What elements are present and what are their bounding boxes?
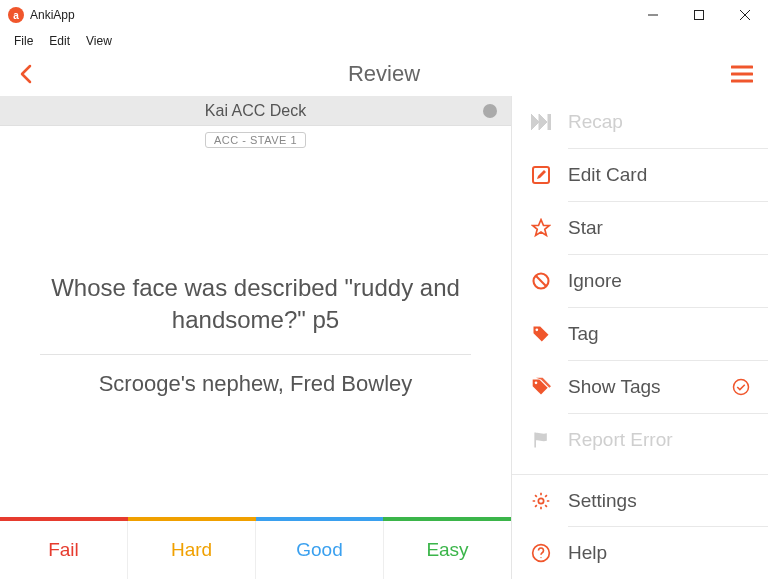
tag-icon bbox=[530, 323, 552, 345]
app-logo-icon: a bbox=[8, 7, 24, 23]
skip-forward-icon bbox=[530, 111, 552, 133]
side-report-error: Report Error bbox=[512, 414, 768, 466]
help-icon bbox=[530, 542, 552, 564]
svg-marker-11 bbox=[533, 220, 550, 236]
side-help-label: Help bbox=[568, 542, 750, 564]
side-settings[interactable]: Settings bbox=[512, 474, 768, 526]
side-show-tags[interactable]: Show Tags bbox=[512, 361, 768, 413]
side-recap: Recap bbox=[512, 96, 768, 148]
rate-good-button[interactable]: Good bbox=[256, 521, 384, 579]
titlebar: a AnkiApp bbox=[0, 0, 768, 30]
svg-marker-7 bbox=[531, 114, 539, 130]
star-icon bbox=[530, 217, 552, 239]
menubar: File Edit View bbox=[0, 30, 768, 52]
deck-status-dot-icon bbox=[483, 104, 497, 118]
deck-name: Kai ACC Deck bbox=[205, 102, 306, 120]
side-help[interactable]: Help bbox=[512, 527, 768, 579]
side-ignore-label: Ignore bbox=[568, 270, 750, 292]
card-tag-chip: ACC - STAVE 1 bbox=[205, 132, 306, 148]
window-minimize-button[interactable] bbox=[630, 0, 676, 30]
card-answer: Scrooge's nephew, Fred Bowley bbox=[40, 371, 471, 397]
side-panel: Recap Edit Card Star Ignore bbox=[512, 96, 768, 579]
side-star[interactable]: Star bbox=[512, 202, 768, 254]
rate-fail-button[interactable]: Fail bbox=[0, 521, 128, 579]
svg-rect-9 bbox=[548, 114, 551, 130]
svg-point-14 bbox=[536, 329, 539, 332]
side-report-error-label: Report Error bbox=[568, 429, 750, 451]
ban-icon bbox=[530, 270, 552, 292]
svg-line-13 bbox=[536, 276, 547, 287]
deck-header: Kai ACC Deck bbox=[0, 96, 511, 126]
svg-marker-8 bbox=[539, 114, 547, 130]
menu-view[interactable]: View bbox=[78, 32, 120, 50]
rate-hard-button[interactable]: Hard bbox=[128, 521, 256, 579]
side-edit-card[interactable]: Edit Card bbox=[512, 149, 768, 201]
window-maximize-button[interactable] bbox=[676, 0, 722, 30]
side-tag[interactable]: Tag bbox=[512, 308, 768, 360]
rating-buttons: Fail Hard Good Easy bbox=[0, 521, 511, 579]
side-settings-label: Settings bbox=[568, 490, 750, 512]
svg-point-20 bbox=[540, 557, 541, 558]
page-title: Review bbox=[0, 61, 768, 87]
app-header: Review bbox=[0, 52, 768, 96]
svg-point-18 bbox=[538, 498, 543, 503]
svg-point-16 bbox=[734, 380, 749, 395]
hamburger-menu-button[interactable] bbox=[730, 62, 754, 86]
edit-icon bbox=[530, 164, 552, 186]
svg-rect-1 bbox=[695, 11, 704, 20]
tags-icon bbox=[530, 376, 552, 398]
side-star-label: Star bbox=[568, 217, 750, 239]
side-recap-label: Recap bbox=[568, 111, 750, 133]
svg-point-15 bbox=[535, 382, 538, 385]
flag-icon bbox=[530, 429, 552, 451]
gear-icon bbox=[530, 490, 552, 512]
rate-easy-button[interactable]: Easy bbox=[384, 521, 511, 579]
main-panel: Kai ACC Deck ACC - STAVE 1 Whose face wa… bbox=[0, 96, 512, 579]
side-show-tags-label: Show Tags bbox=[568, 376, 750, 398]
side-tag-label: Tag bbox=[568, 323, 750, 345]
card-content: Whose face was described "ruddy and hand… bbox=[0, 152, 511, 517]
window-title: AnkiApp bbox=[30, 8, 75, 22]
back-button[interactable] bbox=[14, 62, 38, 86]
check-circle-icon bbox=[732, 378, 750, 396]
menu-edit[interactable]: Edit bbox=[41, 32, 78, 50]
card-tag-row: ACC - STAVE 1 bbox=[0, 126, 511, 152]
side-edit-card-label: Edit Card bbox=[568, 164, 750, 186]
card-question: Whose face was described "ruddy and hand… bbox=[40, 272, 471, 355]
side-ignore[interactable]: Ignore bbox=[512, 255, 768, 307]
window-close-button[interactable] bbox=[722, 0, 768, 30]
menu-file[interactable]: File bbox=[6, 32, 41, 50]
card-divider bbox=[40, 354, 471, 355]
